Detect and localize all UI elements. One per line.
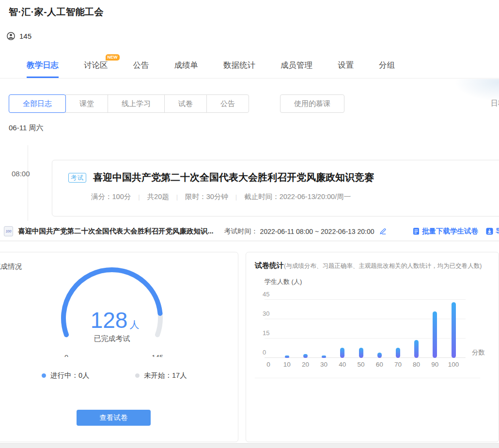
download-icon: [486, 228, 493, 235]
edit-time-icon[interactable]: [379, 228, 387, 235]
exam-bar-title: 喜迎中国共产党第二十次全国代表大会胜利召开党风廉政知识...: [18, 227, 214, 236]
bar-score-40: [340, 348, 344, 358]
bar-score-60: [377, 353, 382, 358]
stats-card-subtitle: (与成绩分布、习题正确率、主观题批改相关的人数统计，均为已交卷人数): [284, 263, 482, 269]
completion-card: 完成情况 128人 已完成考试 0 145 进行中：0人 未开始：17人 查看试…: [0, 252, 238, 442]
exam-time-label: 考试时间：: [224, 227, 258, 236]
legend-dot: [42, 373, 46, 378]
legend-dot: [135, 373, 140, 378]
completed-count: 128人: [91, 308, 140, 333]
member-count-row: 145: [7, 32, 31, 40]
tab-4[interactable]: 数据统计: [223, 52, 255, 78]
gauge-min: 0: [64, 354, 68, 357]
bar-score-10: [285, 355, 289, 358]
page-background-strip: [0, 443, 499, 448]
score-distribution-chart: 01530450102030405060708090100: [265, 295, 468, 358]
legend-in-progress: 进行中：0人: [42, 371, 90, 380]
event-time: 08:00: [12, 170, 30, 178]
event-meta-item: 满分：100分: [91, 192, 131, 201]
chart-x-axis-label: 分数: [472, 348, 485, 357]
bar-score-30: [322, 355, 326, 358]
y-tick-label: 0: [263, 349, 266, 356]
view-paper-button[interactable]: 查看试卷: [77, 410, 151, 426]
x-tick-label: 10: [279, 361, 295, 368]
exam-paper-icon: 100: [4, 226, 13, 236]
x-tick-label: 60: [371, 361, 388, 368]
tab-2[interactable]: 公告: [133, 52, 149, 78]
x-tick-label: 50: [353, 361, 369, 368]
timeline-line: [28, 145, 28, 221]
gauge-max: 145: [152, 354, 163, 357]
x-tick-label: 20: [297, 361, 313, 368]
bar-score-90: [433, 311, 437, 358]
tab-6[interactable]: 设置: [338, 52, 354, 78]
legend-not-started: 未开始：17人: [135, 371, 187, 380]
person-icon: [7, 32, 15, 40]
filter-button-0[interactable]: 全部日志: [9, 94, 66, 113]
event-meta-item: 限时：30分钟: [185, 192, 228, 201]
bar-score-50: [359, 348, 363, 358]
filter-button-4[interactable]: 公告: [206, 94, 249, 113]
gauge-caption: 已完成考试: [94, 334, 130, 342]
event-meta-item: 共20题: [147, 192, 169, 201]
new-badge: NEW: [106, 54, 120, 61]
calendar-view-toggle[interactable]: 日程: [491, 99, 499, 108]
tab-5[interactable]: 成员管理: [281, 52, 312, 78]
member-count: 145: [19, 32, 31, 40]
exam-info-bar: 100 喜迎中国共产党第二十次全国代表大会胜利召开党风廉政知识... 考试时间：…: [0, 222, 499, 241]
x-tick-label: 70: [390, 361, 406, 368]
completion-gauge: 128人 已完成考试 0 145: [47, 260, 177, 357]
bar-score-70: [396, 348, 400, 358]
x-tick-label: 100: [445, 361, 462, 368]
event-meta-item: 截止时间：2022-06-13/20:00/周一: [244, 192, 351, 201]
filter-button-2[interactable]: 线上学习: [108, 94, 165, 113]
x-tick-label: 0: [260, 361, 277, 368]
stats-card-title: 试卷统计: [255, 261, 284, 269]
nav-tabs: 教学日志讨论区NEW公告成绩单数据统计成员管理设置分组: [0, 52, 499, 78]
legend-label: 未开始：17人: [144, 371, 187, 380]
bar-score-100: [452, 302, 456, 358]
background-decoration: [426, 79, 499, 113]
exam-time-value: 2022-06-11 08:00 ~ 2022-06-13 20:00: [260, 228, 374, 235]
completion-card-title: 完成情况: [0, 262, 22, 271]
x-tick-label: 40: [334, 361, 351, 368]
legend-label: 进行中：0人: [50, 371, 90, 380]
exam-type-badge: 考试: [68, 173, 86, 183]
page-title: 智·汇·家-人工智能工会: [9, 6, 104, 18]
tab-1[interactable]: 讨论区NEW: [84, 52, 108, 78]
filter-button-1[interactable]: 课堂: [65, 94, 108, 113]
divider: [255, 378, 480, 378]
x-tick-label: 90: [427, 361, 443, 368]
tab-0[interactable]: 教学日志: [27, 52, 59, 78]
y-tick-label: 30: [263, 310, 269, 317]
exam-event-title: 喜迎中国共产党第二十次全国代表大会胜利召开党风廉政知识竞赛: [93, 171, 374, 184]
timeline-date: 06-11 周六: [9, 124, 43, 133]
x-tick-label: 80: [408, 361, 425, 368]
chart-y-axis-label: 学生人数 (人): [265, 278, 302, 286]
filter-button-3[interactable]: 试卷: [164, 94, 207, 113]
tab-7[interactable]: 分组: [379, 52, 395, 78]
y-tick-label: 15: [263, 329, 269, 337]
exam-event-card[interactable]: 考试 喜迎中国共产党第二十次全国代表大会胜利召开党风廉政知识竞赛 满分：100分…: [52, 160, 499, 216]
tab-3[interactable]: 成绩单: [174, 52, 199, 78]
bar-score-80: [414, 340, 419, 358]
used-mooc-button[interactable]: 使用的慕课: [280, 94, 344, 113]
document-icon: [413, 228, 420, 235]
y-tick-label: 45: [263, 291, 269, 298]
log-filter-group: 全部日志课堂线上学习试卷公告: [9, 94, 249, 113]
bar-score-20: [303, 354, 308, 358]
batch-download-link[interactable]: 批量下载学生试卷: [413, 227, 478, 236]
exam-event-meta: 满分：100分|共20题|限时：30分钟|截止时间：2022-06-13/20:…: [91, 192, 499, 201]
x-tick-label: 30: [316, 361, 332, 368]
paper-stats-card: 试卷统计(与成绩分布、习题正确率、主观题批改相关的人数统计，均为已交卷人数) 学…: [246, 252, 499, 442]
export-link[interactable]: 导出: [486, 227, 499, 236]
